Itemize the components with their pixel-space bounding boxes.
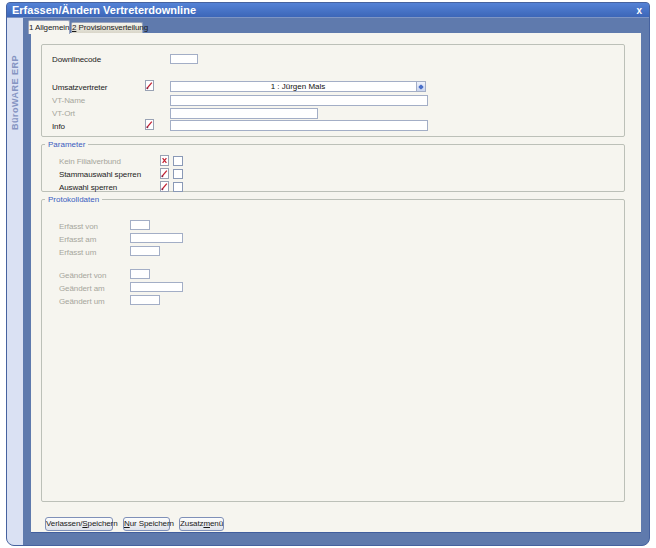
dialog-title: Erfassen/Ändern Vertreterdownline [12,3,196,18]
edit-icon[interactable] [160,168,169,179]
group-parameter: Parameter Kein Filialverbund Stammauswah… [41,144,625,192]
erfasst-am-label: Erfasst am [59,235,96,244]
edit-icon[interactable] [160,181,169,192]
brand-strip: BüroWARE ERP [7,18,23,546]
geaendert-von-input [130,269,150,279]
dialog-window: Erfassen/Ändern Vertreterdownline x Büro… [6,2,650,546]
info-label: Info [52,122,65,131]
info-input[interactable] [170,120,428,131]
zusatzmenu-button[interactable]: Zusatzmenü [179,517,224,531]
tab-allgemein[interactable]: 1 Allgemein [28,20,70,34]
stammauswahl-sperren-label: Stammauswahl sperren [59,170,141,179]
geaendert-am-label: Geändert am [59,284,105,293]
verlassen-speichern-button[interactable]: Verlassen/Speichern [45,517,113,531]
auswahl-sperren-label: Auswahl sperren [59,183,117,192]
erfasst-von-label: Erfasst von [59,222,98,231]
close-icon[interactable]: x [636,3,642,18]
geaendert-am-input [130,282,183,292]
titlebar: Erfassen/Ändern Vertreterdownline x [7,3,649,18]
group-parameter-title: Parameter [45,140,88,149]
umsatzvertreter-label: Umsatzvertreter [52,83,107,92]
erfasst-um-input [130,246,160,256]
vt-ort-label: VT-Ort [52,109,75,118]
downlinecode-label: Downlinecode [52,55,101,64]
edit-icon[interactable] [145,80,154,91]
group-protokolldaten: Protokolldaten Erfasst von Erfasst am Er… [41,199,625,502]
stammauswahl-sperren-checkbox[interactable] [173,169,183,179]
geaendert-von-label: Geändert von [59,271,106,280]
vt-ort-input [170,108,318,119]
nur-speichern-button[interactable]: Nur Speichern [123,517,170,531]
umsatzvertreter-combo[interactable]: 1 : Jürgen Mals [170,81,426,92]
downlinecode-input[interactable] [170,54,198,64]
geaendert-um-input [130,295,160,305]
tab-provisionsverteilung[interactable]: 2 Provisionsverteilung [71,22,143,33]
auswahl-sperren-checkbox[interactable] [173,182,183,192]
brand-label: BüroWARE ERP [7,32,23,152]
blocked-icon [160,155,169,166]
edit-icon[interactable] [145,119,154,130]
vt-name-input [170,95,428,106]
kein-filialverbund-label: Kein Filialverbund [59,157,121,166]
kein-filialverbund-checkbox[interactable] [173,156,183,166]
erfasst-am-input [130,233,183,243]
erfasst-von-input [130,220,150,230]
vt-name-label: VT-Name [52,96,85,105]
tab-content-panel: Downlinecode Umsatzvertreter 1 : Jürgen … [31,33,641,533]
group-general: Downlinecode Umsatzvertreter 1 : Jürgen … [41,44,625,137]
geaendert-um-label: Geändert um [59,297,105,306]
combo-value: 1 : Jürgen Mals [271,82,326,91]
group-protokolldaten-title: Protokolldaten [45,195,102,204]
erfasst-um-label: Erfasst um [59,248,96,257]
combo-dropdown-icon[interactable] [416,82,425,91]
